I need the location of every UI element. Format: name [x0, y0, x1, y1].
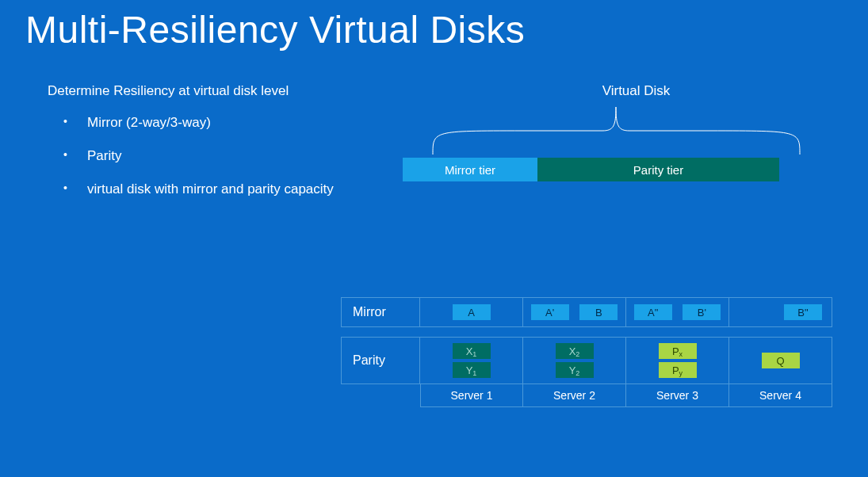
server-labels-row: Server 1 Server 2 Server 3 Server 4 — [420, 384, 840, 407]
content-area: Determine Resiliency at virtual disk lev… — [0, 52, 868, 215]
mirror-cell-server1: A — [420, 297, 523, 327]
brace-icon — [428, 102, 805, 156]
parity-row: Parity X1Y1 X2Y2 PxPy Q — [341, 337, 840, 384]
parity-block: Px — [659, 343, 697, 359]
bullet-list: Mirror (2-way/3-way) Parity virtual disk… — [48, 115, 396, 197]
mirror-row-label: Mirror — [341, 297, 420, 327]
server-layout-diagram: Mirror A A' B A" B' B" Parity X1Y1 X2Y2 … — [341, 297, 840, 407]
mirror-block: A — [453, 304, 491, 320]
parity-block: X2 — [556, 343, 594, 359]
parity-cell-server4: Q — [729, 337, 832, 384]
mirror-row: Mirror A A' B A" B' B" — [341, 297, 840, 327]
mirror-tier-label: Mirror tier — [403, 158, 537, 181]
parity-block: X1 — [453, 343, 491, 359]
mirror-cell-server3: A" B' — [626, 297, 729, 327]
virtual-disk-label: Virtual Disk — [436, 83, 836, 99]
server-label: Server 3 — [626, 384, 729, 407]
mirror-block: B — [579, 304, 618, 320]
bullet-list-column: Determine Resiliency at virtual disk lev… — [0, 83, 396, 215]
section-heading: Determine Resiliency at virtual disk lev… — [48, 83, 396, 99]
parity-block: Py — [659, 362, 697, 378]
mirror-cell-server4: B" — [729, 297, 832, 327]
tier-bar: Mirror tier Parity tier — [403, 158, 779, 181]
parity-cell-server2: X2Y2 — [523, 337, 626, 384]
mirror-cell-server2: A' B — [523, 297, 626, 327]
mirror-block: B' — [683, 304, 721, 320]
mirror-block: A" — [634, 304, 672, 320]
slide-title: Multi-Resiliency Virtual Disks — [0, 0, 868, 52]
bullet-item: Mirror (2-way/3-way) — [63, 115, 396, 131]
parity-block: Y2 — [556, 362, 594, 378]
parity-cell-server1: X1Y1 — [420, 337, 523, 384]
mirror-block: A' — [531, 304, 569, 320]
bullet-item: virtual disk with mirror and parity capa… — [63, 181, 396, 197]
parity-block: Q — [762, 353, 800, 368]
parity-tier-label: Parity tier — [537, 158, 779, 181]
server-label: Server 4 — [729, 384, 832, 407]
parity-cell-server3: PxPy — [626, 337, 729, 384]
parity-row-label: Parity — [341, 337, 420, 384]
server-label: Server 2 — [523, 384, 626, 407]
server-label: Server 1 — [420, 384, 523, 407]
bullet-item: Parity — [63, 148, 396, 164]
parity-block: Y1 — [453, 362, 491, 378]
mirror-block: B" — [784, 304, 822, 320]
virtual-disk-diagram: Virtual Disk Mirror tier Parity tier — [396, 83, 868, 215]
